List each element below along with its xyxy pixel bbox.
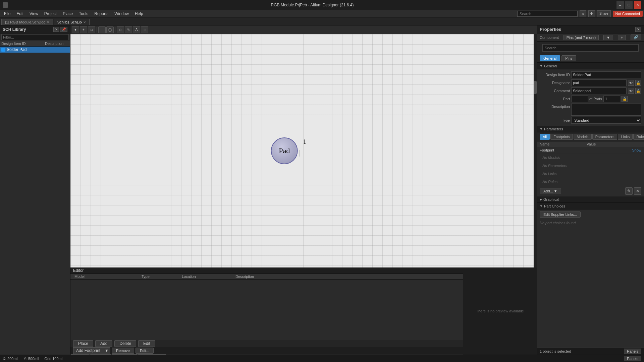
- canvas-scrollbar-thumb[interactable]: [534, 81, 537, 94]
- prop-comment-input[interactable]: [571, 87, 627, 94]
- library-filter-input[interactable]: [1, 34, 69, 40]
- add-footprint-btn-group[interactable]: Add Footprint ▼: [73, 347, 110, 354]
- pad-line-group: 1: [300, 145, 330, 157]
- rp-add-row: Add... ▼ ✎ ✕: [537, 186, 644, 196]
- filter-button[interactable]: ▼: [603, 35, 613, 40]
- comment-lock-icon[interactable]: 🔒: [635, 88, 641, 94]
- right-panel-close-btn[interactable]: ✕: [635, 27, 641, 32]
- preview-area: There is no preview available: [463, 267, 537, 355]
- part-lock-icon[interactable]: 🔒: [622, 96, 628, 102]
- menu-file[interactable]: File: [1, 11, 13, 17]
- minimize-button[interactable]: –: [616, 1, 624, 9]
- menu-window[interactable]: Window: [112, 11, 131, 17]
- params-tab-models[interactable]: Models: [574, 134, 591, 140]
- prop-of-parts-input[interactable]: [603, 96, 620, 102]
- toolbar-filter-btn[interactable]: ▼: [72, 26, 79, 33]
- rp-add-dropdown-arrow[interactable]: ▼: [554, 189, 557, 193]
- add-footprint-dropdown[interactable]: ▼: [103, 348, 110, 354]
- delete-button[interactable]: Delete: [114, 340, 136, 347]
- prop-design-item-id-input[interactable]: [571, 71, 641, 78]
- tab-schlib[interactable]: Schlib1.SchLib ✕: [54, 19, 90, 25]
- prop-type-select[interactable]: Standard: [571, 117, 641, 124]
- search-input[interactable]: [517, 11, 578, 17]
- general-section-header[interactable]: ▼ General: [537, 63, 644, 69]
- canvas-scrollbar[interactable]: [534, 34, 537, 267]
- prop-description-textarea[interactable]: [571, 104, 641, 116]
- canvas-area[interactable]: Pad 1: [70, 34, 537, 267]
- place-button[interactable]: Place: [73, 340, 93, 347]
- edit-button[interactable]: Edit: [138, 340, 155, 347]
- close-button[interactable]: ✕: [634, 1, 641, 9]
- toolbar-circle-btn[interactable]: ◯: [106, 26, 114, 33]
- add-component-btn[interactable]: +: [618, 35, 626, 40]
- prop-part-num-input[interactable]: [571, 96, 588, 102]
- panel-tab-projects[interactable]: Projects: [70, 354, 90, 355]
- panel-tab-sch-library[interactable]: SCH Library: [112, 354, 138, 355]
- rp-tab-pins[interactable]: Pins: [561, 55, 576, 61]
- params-tab-footprints[interactable]: Footprints: [550, 134, 573, 140]
- remove-footprint-button[interactable]: Remove: [112, 348, 134, 354]
- menu-reports[interactable]: Reports: [92, 11, 111, 17]
- part-choices-section-header[interactable]: ▼ Part Choices: [537, 203, 644, 209]
- menu-tools[interactable]: Tools: [76, 11, 91, 17]
- params-tab-parameters[interactable]: Parameters: [592, 134, 618, 140]
- rp-search-row: [537, 42, 644, 54]
- menu-view[interactable]: View: [27, 11, 41, 17]
- maximize-button[interactable]: □: [625, 1, 633, 9]
- params-tab-rules[interactable]: Rules: [633, 134, 644, 140]
- left-panel-close-btn[interactable]: ✕: [53, 27, 59, 32]
- parameters-section-header[interactable]: ▼ Parameters: [537, 126, 644, 132]
- status-y: Y:-500mil: [23, 357, 39, 361]
- rp-del-btn[interactable]: ✕: [634, 187, 641, 195]
- toolbar-fill-btn[interactable]: ◾: [141, 26, 148, 33]
- pins-button[interactable]: Pins (and 7 more): [564, 35, 599, 40]
- tab-rgb-close[interactable]: ✕: [47, 20, 49, 24]
- menu-project[interactable]: Project: [42, 11, 59, 17]
- toolbar-home-button[interactable]: ⌂: [580, 10, 586, 17]
- model-table: Model Type Location Description: [70, 274, 463, 340]
- add-footprint-label[interactable]: Add Footprint: [73, 348, 103, 354]
- menu-bar: File Edit View Project Place Tools Repor…: [0, 10, 644, 17]
- toolbar-text-btn[interactable]: A: [133, 26, 140, 33]
- designator-lock-icon[interactable]: 🔒: [635, 80, 641, 86]
- edit-footprint-button[interactable]: Edit...: [136, 348, 154, 354]
- panel-tab-navigator[interactable]: Navigator: [90, 354, 112, 355]
- panels-button[interactable]: Panels: [624, 349, 641, 354]
- toolbar-settings-button[interactable]: ⚙: [588, 10, 595, 17]
- toolbar-pencil-btn[interactable]: ✎: [125, 26, 132, 33]
- toolbar-diamond-btn[interactable]: ◇: [117, 26, 124, 33]
- pad-component[interactable]: Pad 1: [271, 137, 330, 164]
- params-tab-links[interactable]: Links: [618, 134, 633, 140]
- footer-actions: Add Footprint ▼ Remove Edit...: [70, 347, 463, 354]
- comment-eye-icon[interactable]: 👁: [628, 88, 634, 94]
- lib-item-icon: [1, 48, 5, 52]
- menu-help[interactable]: Help: [132, 11, 146, 17]
- rp-tab-general[interactable]: General: [540, 55, 560, 61]
- status-panels-button[interactable]: Panels: [624, 356, 641, 361]
- rp-edit-btn[interactable]: ✎: [625, 187, 633, 195]
- toolbar-line-btn[interactable]: —: [98, 26, 106, 33]
- prop-designator-input[interactable]: [571, 79, 627, 86]
- left-panel-pin-btn[interactable]: 📌: [60, 27, 67, 32]
- tab-rgb-module[interactable]: [1] RGB Module.SchDoc ✕: [1, 19, 53, 25]
- add-button[interactable]: Add: [95, 340, 112, 347]
- share-button[interactable]: Share: [597, 10, 611, 17]
- lib-table-header: Design Item ID Description: [0, 41, 70, 47]
- graphical-section-header[interactable]: ▶ Graphical: [537, 196, 644, 203]
- toolbar-add-btn[interactable]: +: [80, 26, 87, 33]
- menu-edit[interactable]: Edit: [14, 11, 26, 17]
- lib-item-solder-pad[interactable]: Solder Pad: [0, 47, 70, 53]
- designator-eye-icon[interactable]: 👁: [628, 80, 634, 86]
- tab-schlib-close[interactable]: ✕: [83, 20, 86, 24]
- rp-search-input[interactable]: [542, 44, 639, 52]
- edit-supplier-links-button[interactable]: Edit Supplier Links...: [540, 212, 581, 218]
- footprint-show-btn[interactable]: Show: [632, 148, 641, 152]
- footprint-name: Footprint: [540, 148, 587, 152]
- toolbar-rect-btn[interactable]: □: [88, 26, 95, 33]
- params-tab-all[interactable]: All: [540, 134, 550, 140]
- menu-place[interactable]: Place: [60, 11, 75, 17]
- panel-tab-schlib-filter[interactable]: SCHLIB Filter: [138, 354, 166, 355]
- rp-add-btn[interactable]: Add... ▼: [540, 188, 561, 194]
- link-component-btn[interactable]: 🔗: [631, 35, 641, 40]
- graphical-section-label: Graphical: [543, 197, 559, 201]
